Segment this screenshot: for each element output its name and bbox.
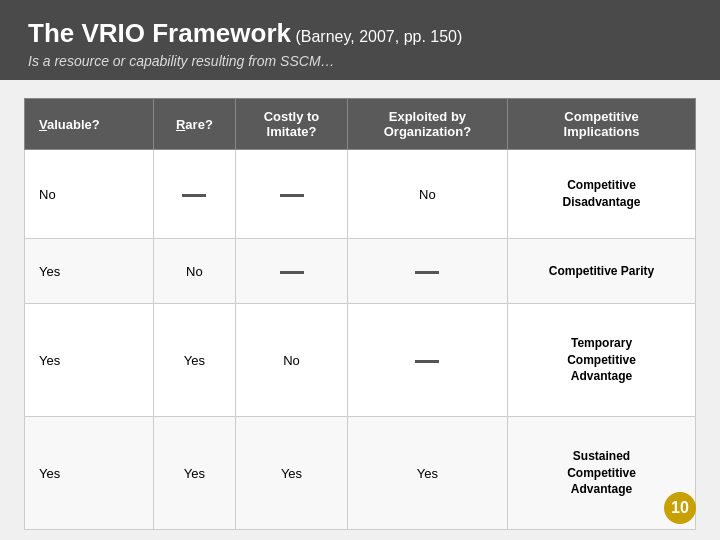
cell-implications-3: TemporaryCompetitiveAdvantage [508, 304, 696, 417]
slide-title: The VRIO Framework (Barney, 2007, pp. 15… [28, 18, 692, 49]
cell-exploited-3 [347, 304, 507, 417]
slide-subtitle: Is a resource or capability resulting fr… [28, 53, 692, 69]
dash-icon [182, 194, 206, 197]
col-header-exploited: Exploited byOrganization? [347, 99, 507, 150]
cell-exploited-4: Yes [347, 417, 507, 530]
cell-costly-2 [236, 239, 348, 304]
cell-valuable-1: No [25, 150, 154, 239]
col-header-costly: Costly toImitate? [236, 99, 348, 150]
vrio-table: Valuable? Rare? Costly toImitate? Exploi… [24, 98, 696, 530]
cell-rare-3: Yes [153, 304, 236, 417]
dash-icon [415, 360, 439, 363]
valuable-prefix: V [39, 117, 47, 132]
cell-valuable-3: Yes [25, 304, 154, 417]
dash-icon [415, 271, 439, 274]
cell-rare-2: No [153, 239, 236, 304]
dash-icon [280, 194, 304, 197]
slide-header: The VRIO Framework (Barney, 2007, pp. 15… [0, 0, 720, 80]
badge-number: 10 [671, 499, 689, 517]
cell-implications-1: CompetitiveDisadvantage [508, 150, 696, 239]
slide: The VRIO Framework (Barney, 2007, pp. 15… [0, 0, 720, 540]
cell-costly-4: Yes [236, 417, 348, 530]
cell-rare-1 [153, 150, 236, 239]
cell-rare-4: Yes [153, 417, 236, 530]
table-header-row: Valuable? Rare? Costly toImitate? Exploi… [25, 99, 696, 150]
cell-valuable-4: Yes [25, 417, 154, 530]
table-row: Yes Yes No TemporaryCompetitiveAdvantage [25, 304, 696, 417]
col-header-rare: Rare? [153, 99, 236, 150]
table-row: Yes No Competitive Parity [25, 239, 696, 304]
cell-exploited-1: No [347, 150, 507, 239]
slide-content: Valuable? Rare? Costly toImitate? Exploi… [0, 80, 720, 540]
table-row: No No CompetitiveDisadvantage [25, 150, 696, 239]
cell-implications-2: Competitive Parity [508, 239, 696, 304]
cell-costly-1 [236, 150, 348, 239]
rare-prefix: R [176, 117, 185, 132]
col-header-valuable: Valuable? [25, 99, 154, 150]
title-citation: (Barney, 2007, pp. 150) [291, 28, 462, 45]
col-header-implications: CompetitiveImplications [508, 99, 696, 150]
table-row: Yes Yes Yes Yes SustainedCompetitiveAdva… [25, 417, 696, 530]
title-main: The VRIO Framework [28, 18, 291, 48]
page-badge: 10 [664, 492, 696, 524]
cell-costly-3: No [236, 304, 348, 417]
cell-valuable-2: Yes [25, 239, 154, 304]
cell-exploited-2 [347, 239, 507, 304]
dash-icon [280, 271, 304, 274]
table-body: No No CompetitiveDisadvantage Yes No Com… [25, 150, 696, 530]
